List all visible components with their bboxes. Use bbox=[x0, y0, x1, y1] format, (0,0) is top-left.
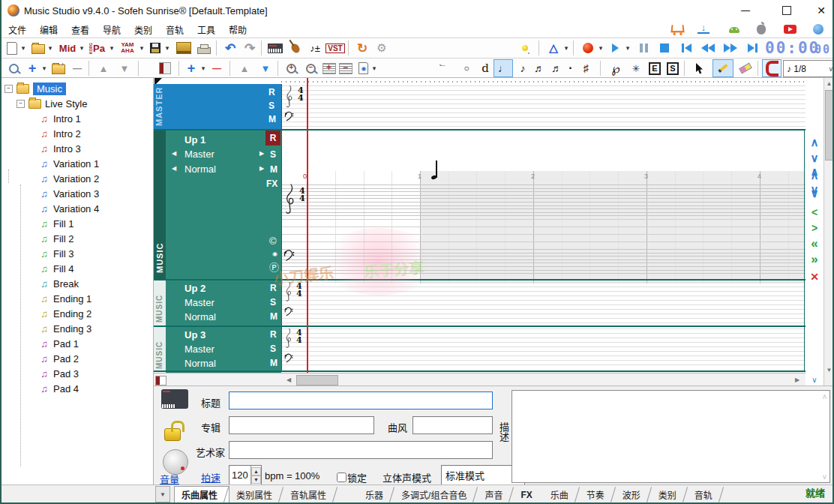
tree-item-pad-1[interactable]: ♫Pad 1 bbox=[39, 337, 79, 350]
duration-half-button[interactable]: d bbox=[477, 60, 494, 76]
add-folder-button[interactable]: + bbox=[50, 60, 68, 76]
zoom-out-button[interactable]: − bbox=[302, 60, 320, 76]
track-mode-select[interactable]: Normal bbox=[184, 311, 216, 322]
tree-node-live-style[interactable]: − Live Style bbox=[16, 97, 87, 110]
duration-breve-button[interactable]: ♩ bbox=[435, 58, 452, 78]
tree-root-label[interactable]: Music bbox=[33, 82, 66, 95]
collapse-staff-button[interactable]: − bbox=[338, 60, 354, 76]
tab-waveform[interactable]: 波形 bbox=[616, 487, 652, 502]
track-source-select[interactable]: Master bbox=[184, 344, 214, 355]
pause-button[interactable] bbox=[634, 40, 652, 56]
scroll-up-icon[interactable]: ∧ bbox=[822, 392, 827, 400]
solo-button[interactable]: S bbox=[270, 344, 276, 354]
jump-right-button[interactable]: » bbox=[807, 253, 822, 266]
sustain-button[interactable]: S bbox=[664, 60, 681, 76]
tree-item-label[interactable]: Variation 3 bbox=[53, 188, 99, 200]
v-scroll-thumb[interactable] bbox=[825, 90, 833, 160]
left-tri-icon[interactable]: ◀ bbox=[172, 150, 176, 157]
tree-item-label[interactable]: Pad 2 bbox=[53, 353, 79, 364]
remove-category-button[interactable]: — bbox=[69, 60, 86, 76]
tree-item-fill-1[interactable]: ♫Fill 1 bbox=[39, 217, 74, 230]
pin-button[interactable] bbox=[516, 40, 534, 56]
expand-staff-button[interactable]: + bbox=[321, 60, 338, 76]
step-forward-button[interactable] bbox=[742, 40, 762, 56]
genre-input[interactable] bbox=[412, 416, 493, 434]
menu-help[interactable]: 帮助 bbox=[222, 21, 254, 38]
tree-item-variation-3[interactable]: ♫Variation 3 bbox=[39, 187, 99, 200]
up1-track-header[interactable]: Up 1 ◀ Master ▶ ◀ Normal ▶ R S M FX © ◉ … bbox=[166, 130, 281, 280]
tree-item-label[interactable]: Fill 2 bbox=[53, 233, 74, 244]
tab-instrument[interactable]: 乐器 bbox=[358, 487, 394, 502]
tab-fx[interactable]: FX bbox=[514, 487, 543, 502]
track-source-select[interactable]: Master bbox=[184, 297, 214, 308]
panel-toggle-button[interactable] bbox=[156, 60, 174, 76]
minimize-button[interactable]: — bbox=[733, 2, 758, 19]
print-button[interactable] bbox=[195, 40, 213, 56]
right-tri-icon[interactable]: ▶ bbox=[260, 150, 264, 157]
track-mini-icon[interactable] bbox=[155, 376, 166, 386]
pencil-tool-button[interactable] bbox=[712, 59, 734, 77]
mute-button[interactable]: M bbox=[270, 311, 278, 322]
save-dropdown[interactable]: ▾ bbox=[164, 40, 171, 56]
track-mode-select[interactable]: Normal bbox=[184, 358, 216, 369]
fast-forward-button[interactable] bbox=[720, 40, 741, 56]
track-name[interactable]: Up 3 bbox=[184, 329, 206, 340]
tree-item-label[interactable]: Ending 2 bbox=[53, 308, 92, 320]
download-button[interactable]: ↓ bbox=[698, 22, 710, 34]
up2-strip[interactable]: MUSIC bbox=[154, 280, 166, 326]
metronome-dropdown[interactable]: ▾ bbox=[562, 40, 570, 56]
record-arm-button[interactable]: R bbox=[266, 130, 280, 146]
tree-item-fill-4[interactable]: ♫Fill 4 bbox=[39, 262, 74, 275]
right-tri-icon[interactable]: ▶ bbox=[260, 165, 264, 172]
tempo-link[interactable]: 拍速 bbox=[201, 470, 220, 484]
tree-item-label[interactable]: Pad 3 bbox=[53, 368, 79, 380]
jump-left-button[interactable]: « bbox=[807, 237, 822, 250]
move-up-button[interactable]: ▲ bbox=[94, 60, 112, 76]
lock-tempo-checkbox[interactable] bbox=[337, 472, 346, 482]
remove-track-button[interactable]: — bbox=[208, 60, 225, 76]
album-input[interactable] bbox=[229, 416, 374, 434]
menu-navigate[interactable]: 导航 bbox=[96, 21, 128, 38]
solo-button[interactable]: S bbox=[270, 149, 276, 160]
tab-track[interactable]: 音轨 bbox=[688, 487, 724, 502]
track-name[interactable]: Up 1 bbox=[184, 134, 206, 146]
tree-item-intro-1[interactable]: ♫Intro 1 bbox=[39, 112, 81, 125]
tree-item-variation-2[interactable]: ♫Variation 2 bbox=[39, 172, 99, 185]
tree-item-label[interactable]: Pad 4 bbox=[53, 383, 79, 394]
add-track-dropdown[interactable]: ▾ bbox=[200, 60, 207, 76]
mute-button[interactable]: M bbox=[270, 358, 278, 368]
record-arm-button[interactable]: R bbox=[270, 283, 277, 293]
tree-item-variation-4[interactable]: ♫Variation 4 bbox=[39, 202, 99, 215]
v-scrollbar[interactable]: ▲ ▼ bbox=[824, 78, 834, 386]
tree-item-pad-4[interactable]: ♫Pad 4 bbox=[39, 382, 79, 395]
artist-input[interactable] bbox=[229, 441, 493, 459]
menu-track[interactable]: 音轨 bbox=[159, 21, 190, 38]
up2-track-header[interactable]: Up 2 Master Normal R S M bbox=[166, 280, 281, 326]
h-scroll-thumb[interactable] bbox=[296, 375, 338, 386]
title-input[interactable] bbox=[229, 392, 493, 410]
tree-item-ending-2[interactable]: ♫Ending 2 bbox=[39, 307, 92, 320]
ruler[interactable] bbox=[281, 81, 806, 82]
pedal-button[interactable]: ℘ bbox=[606, 60, 626, 76]
tree-item-label[interactable]: Variation 4 bbox=[53, 203, 99, 214]
octave-up-button[interactable]: ∧ bbox=[807, 135, 822, 148]
zoom-in-button[interactable]: + bbox=[282, 60, 300, 76]
tree-item-ending-1[interactable]: ♫Ending 1 bbox=[39, 292, 92, 305]
collapse-icon[interactable]: − bbox=[16, 100, 25, 108]
vst-button[interactable]: VST bbox=[326, 40, 345, 56]
tree-node-music[interactable]: − Music bbox=[4, 82, 66, 95]
delete-note-button[interactable]: ✕ bbox=[807, 270, 822, 284]
fx-button[interactable]: FX bbox=[266, 178, 278, 189]
view-mode-button[interactable]: ◉ bbox=[354, 60, 370, 76]
record-dropdown[interactable]: ▾ bbox=[597, 40, 604, 56]
tree-item-label[interactable]: Fill 3 bbox=[53, 248, 74, 260]
duration-sixteenth-button[interactable]: ♬ bbox=[531, 60, 548, 76]
duration-quarter-button[interactable]: ♩ bbox=[494, 59, 513, 77]
tab-song-properties[interactable]: 乐曲属性 bbox=[174, 486, 230, 502]
mute-button[interactable]: M bbox=[270, 164, 278, 175]
tab-category[interactable]: 类别 bbox=[652, 487, 688, 502]
menu-file[interactable]: 文件 bbox=[2, 21, 33, 38]
jump-up-button[interactable]: ∧∧ bbox=[807, 166, 822, 180]
tree-item-label[interactable]: Intro 1 bbox=[53, 113, 81, 124]
play-dropdown[interactable]: ▾ bbox=[624, 40, 632, 56]
